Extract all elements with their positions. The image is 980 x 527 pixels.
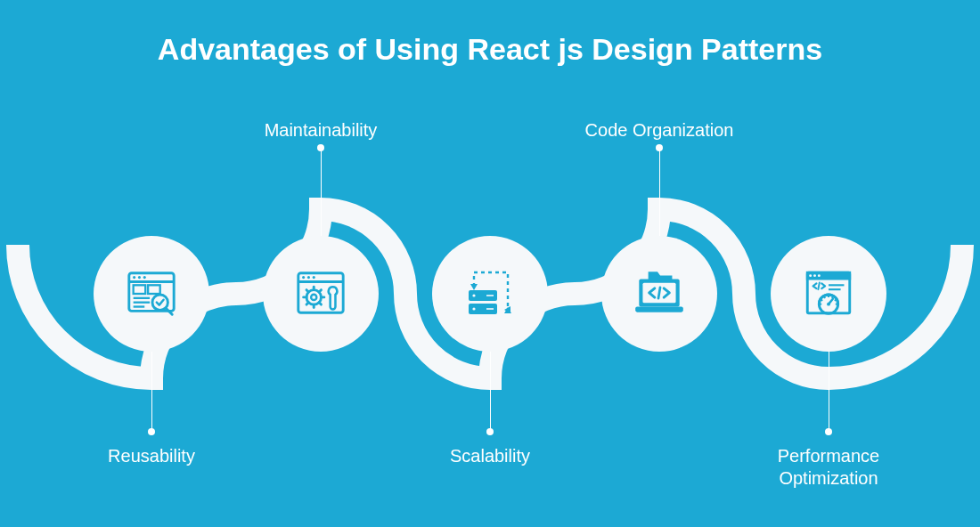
connector-line [659,148,660,236]
svg-line-22 [306,303,308,304]
connector-dot [656,144,663,151]
svg-point-40 [809,274,812,277]
svg-point-42 [818,274,821,277]
code-folder-laptop-icon [630,264,689,323]
svg-point-2 [133,276,135,279]
advantage-label: Maintainability [214,119,428,142]
svg-rect-38 [806,272,851,280]
svg-point-54 [827,303,830,306]
advantage-node [263,236,379,352]
svg-point-16 [313,276,315,279]
svg-line-20 [319,303,321,304]
advantage-label: Performance Optimization [722,445,935,490]
advantage-node [94,236,209,352]
svg-point-14 [302,276,305,279]
connector-line [829,352,829,432]
connector-line [151,352,152,432]
svg-line-24 [306,290,308,292]
advantage-label: Scalability [383,445,597,467]
gear-wrench-window-icon [293,266,348,321]
svg-point-29 [472,294,475,296]
advantage-node [601,236,717,352]
advantage-label: Code Organization [552,119,766,142]
advantage-node [771,236,886,352]
advantage-label: Reusability [45,445,258,467]
svg-rect-5 [134,285,146,294]
svg-point-3 [138,276,141,279]
svg-line-52 [835,299,837,300]
svg-line-48 [821,299,823,300]
advantage-node [432,236,548,352]
connector-dot [148,428,155,435]
svg-line-51 [832,296,833,298]
svg-point-41 [813,274,816,277]
connector-line [321,148,322,236]
connector-dot [825,428,832,435]
connector-dot [317,144,324,151]
svg-point-15 [307,276,310,279]
svg-point-4 [143,276,146,279]
svg-rect-34 [635,306,683,312]
svg-point-18 [311,295,316,300]
servers-expand-icon [461,265,519,322]
svg-rect-6 [148,285,160,294]
connector-line [490,352,491,432]
connector-dot [486,428,494,435]
browser-inspect-icon [124,266,179,321]
gauge-window-icon [801,266,856,321]
svg-line-49 [824,296,825,298]
svg-point-30 [472,307,475,310]
svg-line-26 [319,290,321,292]
